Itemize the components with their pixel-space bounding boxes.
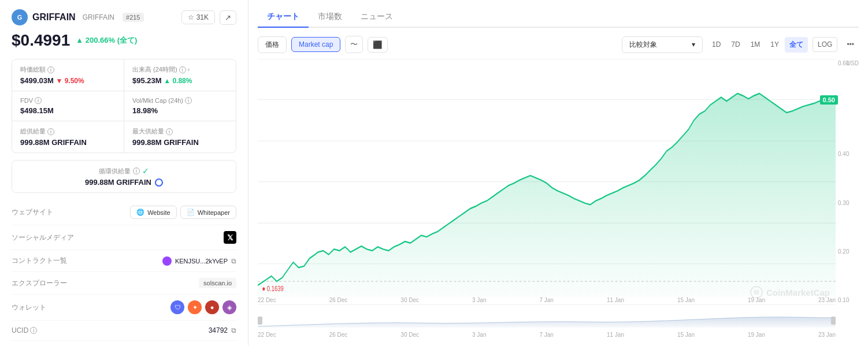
xv-label-26dec: 26 Dec — [329, 332, 348, 338]
total-supply-value: 999.88M GRIFFAIN — [20, 138, 116, 147]
circ-supply-info-icon[interactable]: i — [133, 168, 140, 174]
volume-info-icon[interactable]: i — [179, 66, 186, 73]
coin-name: GRIFFAIN — [32, 12, 76, 23]
market-cap-change: ▼ 9.50% — [55, 77, 84, 85]
vol-mkt-label: Vol/Mkt Cap (24h) i — [132, 97, 228, 104]
fdv-label: FDV i — [20, 97, 116, 104]
x-label-22dec: 22 Dec — [258, 297, 276, 303]
contract-address: KENJSU...2kYvEP — [175, 258, 228, 265]
ucid-label: UCID i — [12, 326, 81, 334]
circ-supply-value: 999.88M GRIFFAIN — [18, 178, 230, 187]
xv-label-19jan: 19 Jan — [748, 332, 765, 338]
twitter-icon[interactable]: 𝕏 — [224, 231, 236, 244]
current-price-badge: 0.50 — [820, 95, 838, 105]
ucid-copy-icon[interactable]: ⧉ — [231, 326, 236, 334]
wallet-row: ウォレット 🛡 ✦ ● ◈ — [12, 295, 236, 321]
line-chart-icon[interactable]: 〜 — [345, 36, 363, 53]
market-cap-toggle[interactable]: Market cap — [291, 37, 340, 52]
svg-text:● 0.1639: ● 0.1639 — [262, 285, 284, 293]
price-toggle[interactable]: 価格 — [258, 36, 287, 53]
time-all[interactable]: 全て — [785, 37, 808, 53]
header-actions: ☆ 31K ↗ — [181, 10, 236, 25]
ucid-info-icon[interactable]: i — [30, 327, 37, 334]
fdv-value: $498.15M — [20, 106, 116, 115]
more-button[interactable]: ••• — [842, 38, 859, 51]
star-button[interactable]: ☆ 31K — [181, 10, 215, 24]
scroll-right-handle[interactable] — [831, 317, 836, 325]
contract-label: コントラクト一覧 — [12, 256, 81, 266]
x-axis-volume: 22 Dec 26 Dec 30 Dec 3 Jan 7 Jan 11 Jan … — [258, 332, 836, 338]
time-7d[interactable]: 7D — [726, 37, 744, 53]
ucid-value: 34792 ⧉ — [209, 326, 236, 334]
x-label-26dec: 26 Dec — [329, 297, 348, 303]
share-button[interactable]: ↗ — [220, 10, 236, 25]
wallet-icon-4[interactable]: ◈ — [222, 300, 236, 314]
scroll-left-handle[interactable] — [258, 317, 262, 325]
wallet-icon-2[interactable]: ✦ — [188, 300, 202, 314]
coin-rank: #215 — [123, 13, 143, 22]
xv-label-23jan: 23 Jan — [818, 332, 836, 338]
time-1m[interactable]: 1M — [746, 37, 765, 53]
max-supply-label: 最大供給量 i — [132, 127, 228, 136]
cmc-watermark-logo: M — [750, 286, 763, 299]
tab-news[interactable]: ニュース — [351, 7, 402, 28]
watermark-text: CoinMarketCap — [766, 288, 830, 297]
website-row: ウェブサイト 🌐 Website 📄 Whitepaper — [12, 200, 236, 225]
vol-mkt-value: 18.98% — [132, 106, 228, 115]
vol-mkt-info-icon[interactable]: i — [185, 97, 192, 104]
copy-icon[interactable]: ⧉ — [231, 257, 236, 265]
volume-arrow-icon[interactable]: › — [188, 66, 190, 73]
usd-label: USD — [847, 59, 859, 66]
xv-label-22dec: 22 Dec — [258, 332, 276, 338]
compare-select[interactable]: 比較対象 ▾ — [622, 36, 703, 53]
right-panel: チャート 市場数 ニュース 価格 Market cap 〜 ⬛ 比較対象 ▾ 1… — [248, 0, 868, 346]
circle-info-icon[interactable] — [155, 178, 163, 187]
volume-label: 出来高 (24時間) i › — [132, 65, 228, 74]
volume-value: $95.23M ▲ 0.88% — [132, 76, 228, 85]
wallet-icon-3[interactable]: ● — [205, 300, 219, 314]
star-icon: ☆ — [188, 13, 194, 21]
x-label-3jan: 3 Jan — [472, 297, 486, 303]
volume-svg — [258, 305, 836, 328]
tab-market[interactable]: 市場数 — [309, 7, 351, 28]
total-supply-info-icon[interactable]: i — [47, 128, 54, 135]
market-cap-value: $499.03M ▼ 9.50% — [20, 76, 116, 85]
x-label-7jan: 7 Jan — [539, 297, 553, 303]
contract-value: KENJSU...2kYvEP ⧉ — [162, 256, 236, 266]
stats-grid: 時価総額 i $499.03M ▼ 9.50% 出来高 (24時間) i › $… — [12, 59, 236, 153]
tab-chart[interactable]: チャート — [258, 7, 309, 28]
max-supply-info-icon[interactable]: i — [166, 128, 173, 135]
market-cap-cell: 時価総額 i $499.03M ▼ 9.50% — [12, 59, 124, 91]
solscan-link[interactable]: solscan.io — [199, 278, 236, 288]
candle-chart-icon[interactable]: ⬛ — [368, 37, 388, 53]
watermark: M CoinMarketCap — [750, 286, 830, 299]
time-1d[interactable]: 1D — [707, 37, 725, 53]
x-label-11jan: 11 Jan — [607, 297, 624, 303]
svg-text:M: M — [754, 289, 759, 296]
explorer-value: solscan.io — [199, 278, 236, 288]
x-label-15jan: 15 Jan — [677, 297, 695, 303]
log-button[interactable]: LOG — [813, 37, 837, 52]
website-value: 🌐 Website 📄 Whitepaper — [130, 206, 236, 219]
tab-bar: チャート 市場数 ニュース — [258, 7, 859, 28]
explorer-label: エクスプローラー — [12, 278, 81, 288]
solana-logo — [162, 256, 172, 266]
whitepaper-button[interactable]: 📄 Whitepaper — [180, 206, 236, 219]
website-button[interactable]: 🌐 Website — [130, 206, 177, 219]
globe-icon: 🌐 — [136, 209, 144, 216]
circ-supply-row: 循環供給量 i ✓ 999.88M GRIFFAIN — [12, 160, 236, 193]
vol-mkt-cell: Vol/Mkt Cap (24h) i 18.98% — [124, 91, 236, 121]
wallet-icon-1[interactable]: 🛡 — [170, 300, 184, 314]
social-row: ソーシャルメディア 𝕏 — [12, 225, 236, 250]
social-value: 𝕏 — [224, 231, 236, 244]
volume-change: ▲ 0.88% — [164, 77, 192, 85]
price-row: $0.4991 ▲ 200.66% (全て) — [12, 31, 236, 50]
circ-supply-label: 循環供給量 i ✓ — [18, 166, 230, 176]
x-axis-main: 22 Dec 26 Dec 30 Dec 3 Jan 7 Jan 11 Jan … — [258, 297, 836, 303]
fdv-info-icon[interactable]: i — [35, 97, 42, 104]
market-cap-info-icon[interactable]: i — [47, 66, 54, 73]
time-1y[interactable]: 1Y — [766, 37, 784, 53]
compare-label: 比較対象 — [629, 40, 657, 50]
max-supply-value: 999.88M GRIFFAIN — [132, 138, 228, 147]
explorer-row: エクスプローラー solscan.io — [12, 272, 236, 295]
